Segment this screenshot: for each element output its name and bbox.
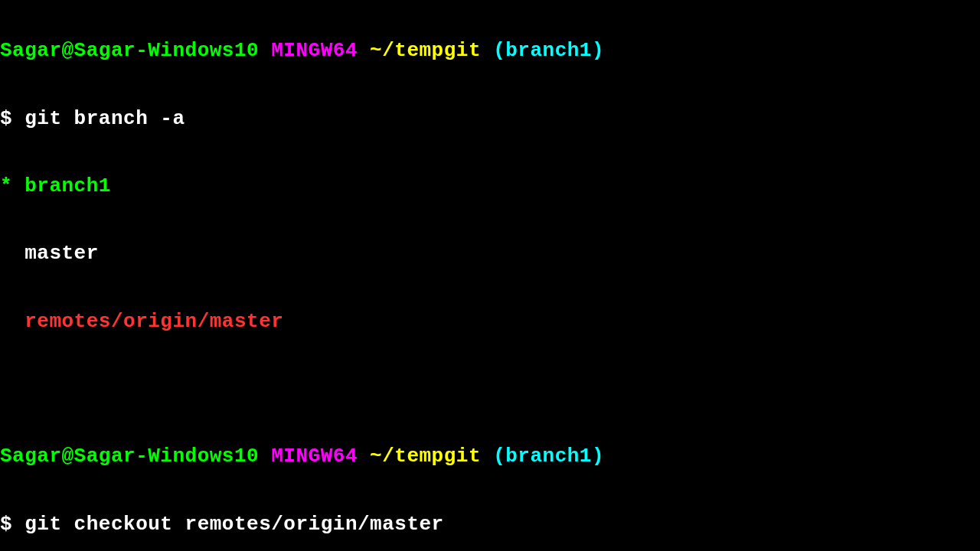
command-line-2: $ git checkout remotes/origin/master	[0, 507, 980, 541]
path: ~/tempgit	[370, 445, 481, 468]
prompt-line-1: Sagar@Sagar-Windows10 MINGW64 ~/tempgit …	[0, 34, 980, 67]
current-branch: branch1	[12, 174, 111, 197]
env-label: MINGW64	[271, 39, 358, 62]
branch-indicator: (branch1)	[493, 39, 604, 62]
branch-indicator: (branch1)	[493, 445, 604, 468]
terminal-window[interactable]: Sagar@Sagar-Windows10 MINGW64 ~/tempgit …	[0, 0, 980, 551]
prompt-symbol: $	[0, 513, 12, 536]
current-marker: *	[0, 174, 12, 197]
branch-current-line: * branch1	[0, 169, 980, 203]
path: ~/tempgit	[370, 39, 481, 62]
command-line-1: $ git branch -a	[0, 102, 980, 135]
blank-line	[0, 372, 980, 406]
command-text: git checkout remotes/origin/master	[12, 513, 444, 536]
prompt-line-2: Sagar@Sagar-Windows10 MINGW64 ~/tempgit …	[0, 439, 980, 473]
env-label: MINGW64	[271, 445, 358, 468]
branch-remote-line: remotes/origin/master	[0, 305, 980, 338]
prompt-symbol: $	[0, 107, 12, 130]
user-host: Sagar@Sagar-Windows10	[0, 445, 259, 468]
user-host: Sagar@Sagar-Windows10	[0, 39, 259, 62]
branch-master-line: master	[0, 236, 980, 270]
command-text: git branch -a	[12, 107, 185, 130]
